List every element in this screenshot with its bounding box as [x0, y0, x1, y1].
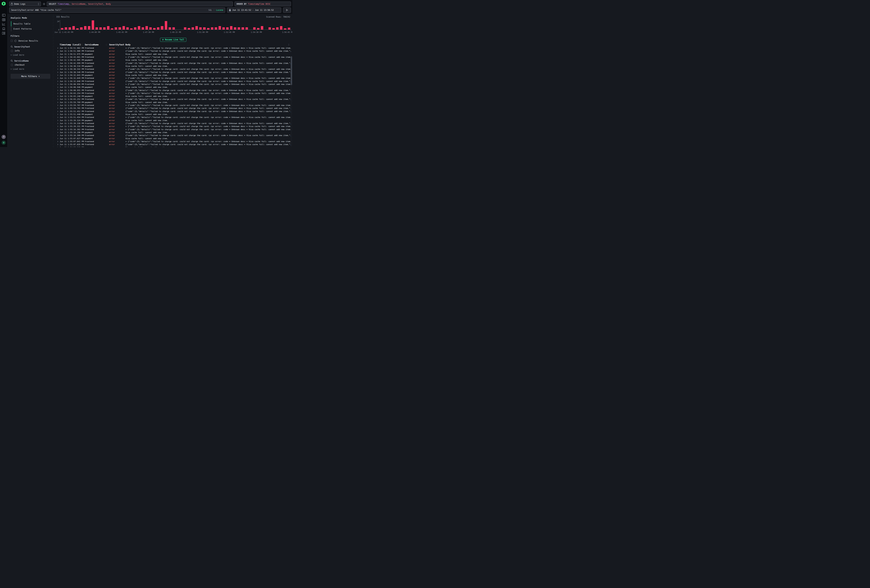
column-resize-handle[interactable]: ⋮ [124, 43, 125, 46]
table-row[interactable]: Jun 11 1:55:07.835 PMfrontenderror{"code… [55, 143, 291, 146]
table-row[interactable]: Jun 11 1:56:03.248 PMpaymenterrorVisa ca… [55, 95, 291, 98]
toggle-lucene[interactable]: Lucene [216, 9, 223, 11]
help-button[interactable]: ? [1, 135, 6, 139]
row-expand-icon[interactable] [55, 132, 60, 133]
tab-results-table[interactable]: Results Table [11, 21, 50, 26]
denoise-checkbox[interactable] [10, 40, 13, 42]
row-expand-icon[interactable] [55, 74, 60, 76]
row-expand-icon[interactable] [55, 135, 60, 136]
row-expand-icon[interactable] [55, 77, 60, 79]
table-row[interactable]: Jun 11 1:55:39.324 PMpaymenterrorVisa ca… [55, 119, 291, 122]
order-by-input[interactable]: ORDER BY TimestampTime DESC [235, 1, 291, 6]
row-expand-icon[interactable] [55, 120, 60, 121]
row-expand-icon[interactable] [55, 80, 60, 82]
table-row[interactable]: Jun 11 1:56:38.534 PMpaymenterrorVisa ca… [55, 65, 291, 68]
load-more-servicename[interactable]: ∨ Load more [10, 68, 50, 70]
row-expand-icon[interactable] [55, 111, 60, 112]
table-row[interactable]: Jun 11 1:55:51.454 PMfrontenderror× {"co… [55, 116, 291, 119]
more-filters-button[interactable]: More filters ∨ [10, 74, 50, 79]
table-row[interactable]: Jun 11 1:56:08.948 PMpaymenterrorVisa ca… [55, 86, 291, 89]
table-row[interactable]: Jun 11 1:56:38.542 PMfrontenderror× {"co… [55, 68, 291, 71]
run-query-button[interactable] [283, 7, 291, 13]
row-expand-icon[interactable] [55, 47, 60, 49]
search-logs-icon[interactable] [1, 17, 6, 22]
column-resize-handle[interactable]: ⋮ [81, 43, 85, 46]
resume-live-tail-button[interactable]: Resume Live Tail [160, 38, 186, 42]
row-expand-icon[interactable] [55, 147, 60, 147]
search-query-input[interactable]: SeverityText:error AND "Visa cache full"… [9, 7, 225, 13]
row-expand-icon[interactable] [55, 144, 60, 145]
table-row[interactable]: Jun 11 1:55:39.330 PMfrontenderror{"code… [55, 122, 291, 125]
row-expand-icon[interactable] [55, 65, 60, 67]
row-expand-icon[interactable] [55, 86, 60, 88]
chart-explorer-icon[interactable] [1, 22, 6, 27]
source-select[interactable]: Demo Logs [9, 1, 41, 6]
results-histogram[interactable]: 24 0 Jun 11 1:41:45 PM1:44:00 PM1:45:45 … [55, 20, 291, 34]
row-expand-icon[interactable] [55, 126, 60, 127]
table-row[interactable]: Jun 11 1:55:07.827 PMpaymenterrorVisa ca… [55, 137, 291, 140]
table-row[interactable]: Jun 11 1:55:59.760 PMpaymenterrorVisa ca… [55, 101, 291, 104]
row-expand-icon[interactable] [55, 59, 60, 61]
row-expand-icon[interactable] [55, 68, 60, 70]
row-expand-icon[interactable] [55, 83, 60, 85]
table-row[interactable]: Jun 11 1:56:42.995 PMpaymenterrorVisa ca… [55, 59, 291, 62]
table-row[interactable]: Jun 11 1:55:59.765 PMfrontenderror{"code… [55, 107, 291, 110]
table-row[interactable]: Jun 11 1:56:32.848 PMfrontenderror{"code… [55, 80, 291, 83]
row-expand-icon[interactable] [55, 95, 60, 97]
table-row[interactable]: Jun 11 1:56:43.001 PMfrontenderror× {"co… [55, 56, 291, 59]
row-expand-icon[interactable] [55, 129, 60, 130]
row-expand-icon[interactable] [55, 63, 60, 64]
table-row[interactable]: Jun 11 1:56:51.980 PMfrontenderror{"code… [55, 49, 291, 52]
table-row[interactable]: Jun 11 1:54:52.241 PMpaymenterrorVisa ca… [55, 146, 291, 147]
row-expand-icon[interactable] [55, 141, 60, 142]
row-expand-icon[interactable] [55, 89, 60, 91]
table-row[interactable]: Jun 11 1:55:16.302 PMfrontenderror× {"co… [55, 128, 291, 131]
row-expand-icon[interactable] [55, 104, 60, 106]
table-row[interactable]: Jun 11 1:55:59.767 PMfrontenderror× {"co… [55, 104, 291, 107]
histogram-plot-area[interactable] [60, 20, 291, 30]
table-row[interactable]: Jun 11 1:55:16.300 PMfrontenderror{"code… [55, 134, 291, 137]
row-expand-icon[interactable] [55, 101, 60, 103]
select-columns-input[interactable]: SELECTTimestamp,ServiceName,SeverityText… [47, 1, 233, 6]
table-row[interactable]: Jun 11 1:55:51.452 PMfrontenderror{"code… [55, 110, 291, 113]
row-expand-icon[interactable] [55, 54, 60, 55]
collapse-sidebar-icon[interactable] [1, 13, 6, 17]
row-expand-icon[interactable] [55, 107, 60, 109]
sessions-icon[interactable] [1, 27, 6, 31]
user-avatar[interactable]: U [1, 141, 6, 145]
table-row[interactable]: Jun 11 1:56:51.975 PMpaymenterrorVisa ca… [55, 53, 291, 56]
table-row[interactable]: Jun 11 1:56:32.843 PMpaymenterrorVisa ca… [55, 74, 291, 77]
table-row[interactable]: Jun 11 1:56:03.254 PMfrontenderror× {"co… [55, 92, 291, 95]
table-row[interactable]: Jun 11 1:55:39.331 PMfrontenderror× {"co… [55, 125, 291, 128]
table-row[interactable]: Jun 11 1:56:03.252 PMfrontenderror{"code… [55, 98, 291, 101]
tab-event-patterns[interactable]: Event Patterns [11, 26, 50, 31]
toggle-sql[interactable]: SQL [209, 9, 212, 11]
row-expand-icon[interactable] [55, 57, 60, 58]
table-row[interactable]: Jun 11 1:56:08.956 PMfrontenderror× {"co… [55, 83, 291, 86]
row-expand-icon[interactable] [55, 116, 60, 118]
column-resize-handle[interactable]: ⋮ [105, 43, 109, 46]
load-more-severitytext[interactable]: ∨ Load more [10, 54, 50, 56]
checkout-checkbox[interactable] [11, 64, 13, 66]
hyperdx-logo-icon[interactable] [1, 1, 6, 6]
table-row[interactable]: Jun 11 1:56:08.955 PMfrontenderror{"code… [55, 89, 291, 92]
table-row[interactable]: Jun 11 1:56:42.999 PMfrontenderror{"code… [55, 62, 291, 65]
row-expand-icon[interactable] [55, 92, 60, 94]
row-expand-icon[interactable] [55, 71, 60, 73]
row-expand-icon[interactable] [55, 50, 60, 52]
table-options-icon[interactable]: ⋮ [288, 43, 290, 46]
table-row[interactable]: Jun 11 1:55:51.448 PMpaymenterrorVisa ca… [55, 113, 291, 116]
row-expand-icon[interactable] [55, 138, 60, 139]
time-range-picker[interactable]: Jun 11 13:41:52 - Jun 11 13:56:52 [227, 7, 281, 13]
source-settings-button[interactable] [42, 1, 46, 6]
table-row[interactable]: Jun 11 1:55:07.841 PMfrontenderror× {"co… [55, 140, 291, 143]
table-scrollbar-thumb[interactable] [291, 57, 292, 85]
info-checkbox[interactable] [11, 50, 13, 52]
table-row[interactable]: Jun 11 1:56:38.540 PMfrontenderror{"code… [55, 71, 291, 74]
table-row[interactable]: Jun 11 1:56:51.982 PMfrontenderror× {"co… [55, 47, 291, 49]
dashboards-icon[interactable] [1, 31, 6, 36]
table-row[interactable]: Jun 11 1:56:32.849 PMfrontenderror× {"co… [55, 77, 291, 80]
table-row[interactable]: Jun 11 1:55:16.296 PMpaymenterrorVisa ca… [55, 131, 291, 134]
row-expand-icon[interactable] [55, 98, 60, 100]
row-expand-icon[interactable] [55, 114, 60, 115]
